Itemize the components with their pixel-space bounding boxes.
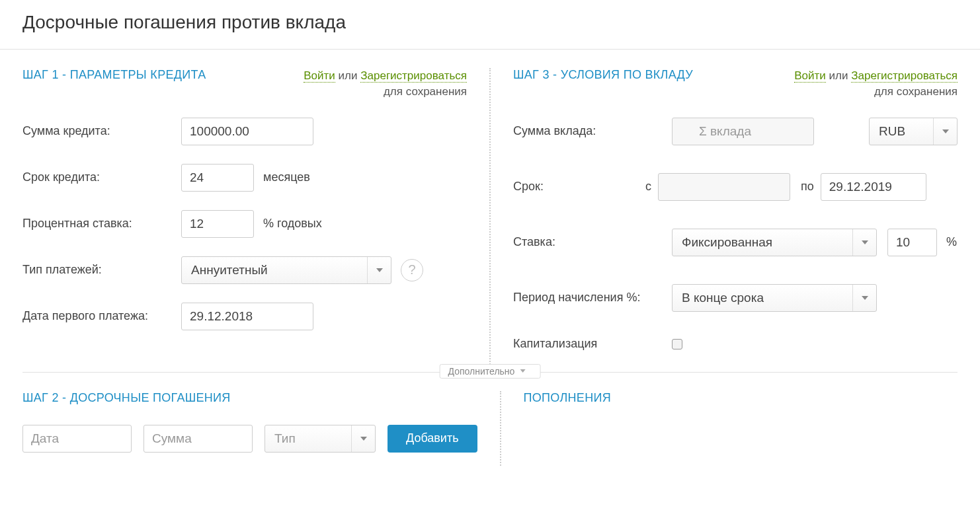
capitalization-label: Капитализация <box>513 337 672 351</box>
loan-term-input[interactable] <box>181 164 254 192</box>
loan-term-unit: месяцев <box>263 170 310 184</box>
payment-type-label: Тип платежей: <box>22 263 181 277</box>
loan-rate-input[interactable] <box>181 210 254 238</box>
first-payment-label: Дата первого платежа: <box>22 309 181 323</box>
chevron-down-icon <box>351 425 375 452</box>
deposit-term-label: Срок: <box>513 180 645 194</box>
interest-period-value: В конце срока <box>682 291 764 305</box>
step3-title: ШАГ 3 - УСЛОВИЯ ПО ВКЛАДУ <box>513 68 693 82</box>
prepay-sum-input[interactable] <box>143 425 253 453</box>
payment-type-value: Аннуитетный <box>191 263 268 277</box>
for-save-text: для сохранения <box>384 85 467 98</box>
or-text: или <box>829 69 848 82</box>
step1-title: ШАГ 1 - ПАРАМЕТРЫ КРЕДИТА <box>22 68 206 82</box>
step1-panel: ШАГ 1 - ПАРАМЕТРЫ КРЕДИТА Войти или Заре… <box>22 50 489 372</box>
login-hint-left: Войти или Зарегистрироваться для сохране… <box>304 68 467 100</box>
deposit-to-input[interactable] <box>821 173 926 201</box>
loan-rate-unit: % годовых <box>263 217 322 231</box>
lower-columns: ШАГ 2 - ДОСРОЧНЫЕ ПОГАШЕНИЯ Тип Добавить… <box>0 373 980 466</box>
register-link[interactable]: Зарегистрироваться <box>360 69 467 83</box>
interest-period-select[interactable]: В конце срока <box>672 284 877 312</box>
currency-value: RUB <box>879 124 905 139</box>
deposit-amount-input[interactable] <box>672 118 814 145</box>
deposit-rate-unit: % <box>946 235 957 249</box>
loan-amount-input[interactable] <box>181 118 313 145</box>
chevron-down-icon <box>367 257 391 283</box>
replenishments-title: ПОПОЛНЕНИЯ <box>524 391 611 405</box>
replenishments-panel: ПОПОЛНЕНИЯ <box>501 373 958 466</box>
upper-columns: ШАГ 1 - ПАРАМЕТРЫ КРЕДИТА Войти или Заре… <box>0 50 980 372</box>
help-icon[interactable]: ? <box>401 259 423 281</box>
first-payment-input[interactable] <box>181 303 313 330</box>
rate-type-select[interactable]: Фиксированная <box>672 229 877 256</box>
chevron-down-icon <box>852 229 876 256</box>
chevron-down-icon <box>933 118 957 145</box>
page-title: Досрочные погашения против вклада <box>0 0 980 49</box>
deposit-amount-label: Сумма вклада: <box>513 124 672 138</box>
loan-amount-label: Сумма кредита: <box>22 124 181 138</box>
step3-panel: ШАГ 3 - УСЛОВИЯ ПО ВКЛАДУ Войти или Заре… <box>491 50 958 372</box>
rate-type-value: Фиксированная <box>682 235 772 250</box>
from-label: с <box>645 180 651 194</box>
to-label: по <box>801 180 814 194</box>
deposit-rate-label: Ставка: <box>513 235 672 249</box>
prepay-type-placeholder: Тип <box>274 431 296 446</box>
loan-rate-label: Процентная ставка: <box>22 217 181 231</box>
capitalization-checkbox[interactable] <box>672 339 682 349</box>
or-text: или <box>339 69 358 82</box>
interest-period-label: Период начисления %: <box>513 291 672 305</box>
deposit-from-input[interactable] <box>658 173 790 201</box>
payment-type-select[interactable]: Аннуитетный <box>181 256 391 284</box>
add-button[interactable]: Добавить <box>388 425 477 453</box>
currency-select[interactable]: RUB <box>869 118 958 145</box>
login-link[interactable]: Войти <box>794 69 826 83</box>
step2-title: ШАГ 2 - ДОСРОЧНЫЕ ПОГАШЕНИЯ <box>22 391 231 405</box>
login-hint-right: Войти или Зарегистрироваться для сохране… <box>794 68 958 100</box>
for-save-text: для сохранения <box>874 85 958 98</box>
step2-panel: ШАГ 2 - ДОСРОЧНЫЕ ПОГАШЕНИЯ Тип Добавить <box>22 373 500 466</box>
prepay-type-select[interactable]: Тип <box>265 425 376 453</box>
chevron-down-icon <box>852 285 876 311</box>
login-link[interactable]: Войти <box>304 69 335 83</box>
deposit-rate-input[interactable] <box>887 229 937 256</box>
loan-term-label: Срок кредита: <box>22 170 181 184</box>
prepay-date-input[interactable] <box>22 425 132 453</box>
register-link[interactable]: Зарегистрироваться <box>851 69 958 83</box>
